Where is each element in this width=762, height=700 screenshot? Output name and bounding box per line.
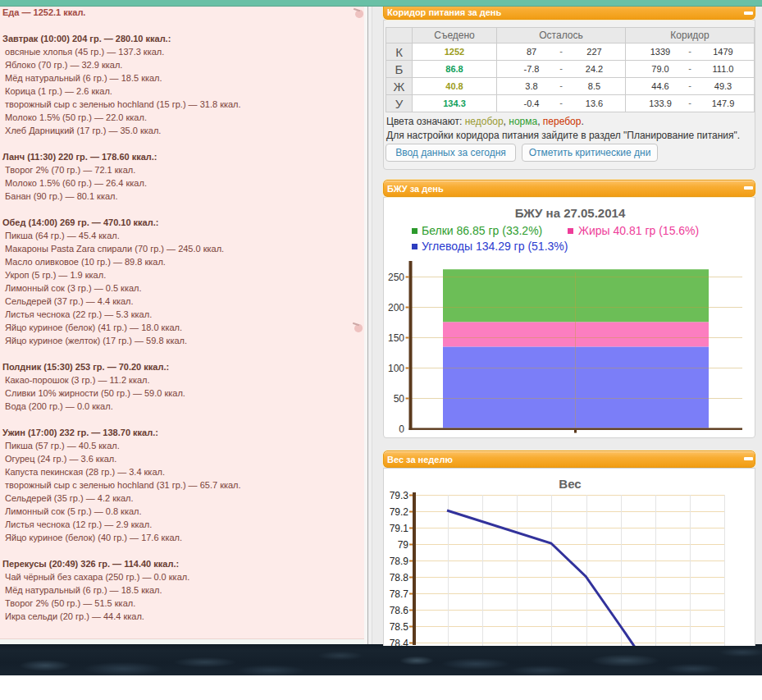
svg-text:250: 250 [388,272,404,283]
svg-text:79: 79 [398,539,409,551]
svg-text:200: 200 [388,302,404,313]
svg-text:78.8: 78.8 [390,572,409,583]
svg-text:79.3: 79.3 [390,490,409,501]
svg-text:100: 100 [388,363,404,374]
svg-text:0: 0 [399,423,404,435]
svg-text:150: 150 [388,332,404,344]
svg-text:78.5: 78.5 [390,621,409,633]
svg-text:50: 50 [394,393,405,405]
svg-text:78.6: 78.6 [390,605,409,616]
svg-text:78.7: 78.7 [390,588,409,600]
svg-text:79.1: 79.1 [390,523,409,534]
svg-text:78.4: 78.4 [390,638,409,647]
svg-text:78.9: 78.9 [390,556,409,567]
svg-text:79.2: 79.2 [390,506,409,518]
